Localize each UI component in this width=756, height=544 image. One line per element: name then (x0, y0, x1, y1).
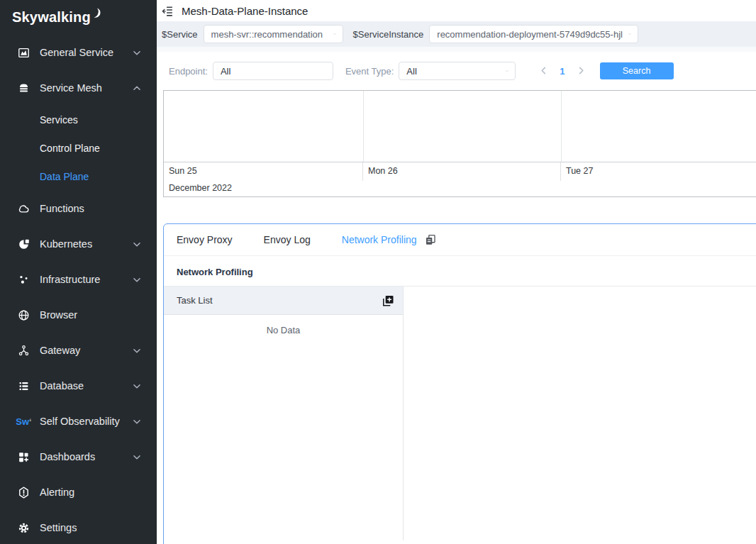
sidebar-collapse-icon[interactable] (162, 5, 174, 17)
copy-tab-button[interactable] (424, 233, 437, 246)
tabs-row: Envoy Proxy Envoy Log Network Profiling (164, 224, 756, 256)
add-task-icon (381, 294, 395, 308)
gear-icon (17, 521, 30, 535)
network-nodes-icon (17, 344, 30, 357)
sw-logo-icon: Swʻ (17, 415, 30, 428)
chevron-down-icon (500, 68, 508, 74)
endpoint-label: Endpoint: (169, 66, 208, 77)
events-timeline: Sun 25 Mon 26 Tue 27 December 2022 (163, 90, 756, 197)
page-header: Mesh-Data-Plane-Instance (157, 0, 756, 21)
sidebar-item-kubernetes[interactable]: Kubernetes (0, 226, 157, 262)
sidebar-item-settings[interactable]: Settings (0, 510, 157, 544)
service-instance-select[interactable]: recommendation-deployment-5749d9dc55-hjl… (429, 25, 638, 43)
band-divider (157, 47, 756, 52)
event-type-label: Event Type: (345, 66, 394, 77)
endpoint-input[interactable] (213, 62, 333, 80)
selector-band: $Service mesh-svr::recommendation $Servi… (157, 21, 756, 47)
page-title: Mesh-Data-Plane-Instance (182, 5, 308, 17)
timeline-gridline (363, 91, 364, 162)
layers-icon (17, 82, 30, 95)
instance-widget-panel: Envoy Proxy Envoy Log Network Profiling … (163, 223, 756, 544)
sidebar: Skywalking General Service Service Mesh … (0, 0, 157, 544)
sidebar-nav: General Service Service Mesh Services Co… (0, 35, 157, 544)
search-button[interactable]: Search (600, 62, 674, 79)
next-page-button[interactable] (575, 65, 588, 77)
cloud-icon (17, 202, 30, 216)
sidebar-item-control-plane[interactable]: Control Plane (0, 134, 157, 162)
chevron-down-icon (133, 348, 141, 354)
app-logo[interactable]: Skywalking (0, 0, 157, 35)
section-title: Network Profiling (177, 267, 756, 277)
task-list-panel: Task List No Data (164, 287, 404, 540)
chevron-down-icon (133, 241, 141, 248)
timeline-chart-area[interactable] (164, 91, 756, 162)
event-type-select[interactable]: All (399, 62, 516, 80)
sidebar-item-browser[interactable]: Browser (0, 297, 157, 333)
sidebar-item-functions[interactable]: Functions (0, 191, 157, 226)
chevron-down-icon (133, 454, 141, 460)
sidebar-item-self-observability[interactable]: Swʻ Self Observability (0, 404, 157, 439)
list-server-icon (17, 379, 30, 393)
sidebar-item-database[interactable]: Database (0, 368, 157, 404)
service-select-label: $Service (162, 29, 198, 40)
timeline-gridline (561, 91, 562, 162)
sidebar-item-general-service[interactable]: General Service (0, 35, 157, 70)
dots-cluster-icon (17, 273, 30, 287)
chevron-down-icon (133, 418, 141, 425)
tab-envoy-log[interactable]: Envoy Log (264, 234, 311, 245)
donut-chart-icon (17, 238, 30, 251)
chevron-down-icon (133, 277, 141, 283)
hexagon-alert-icon (17, 486, 30, 499)
instance-select-label: $ServiceInstance (353, 29, 424, 40)
chevron-down-icon (623, 31, 631, 37)
chevron-up-icon (133, 85, 141, 91)
chevron-down-icon (328, 31, 336, 37)
chevron-right-icon (577, 67, 585, 74)
app-root: Skywalking General Service Service Mesh … (0, 0, 756, 544)
tab-envoy-proxy[interactable]: Envoy Proxy (177, 234, 233, 245)
chevron-down-icon (133, 50, 141, 56)
sidebar-item-alerting[interactable]: Alerting (0, 474, 157, 510)
logo-moon-icon (90, 6, 104, 20)
sidebar-item-data-plane[interactable]: Data Plane (0, 162, 157, 191)
tab-network-profiling[interactable]: Network Profiling (342, 234, 417, 245)
sidebar-item-service-mesh[interactable]: Service Mesh (0, 70, 157, 106)
task-list-title: Task List (177, 295, 213, 306)
task-list-header: Task List (164, 287, 403, 315)
empty-state-text: No Data (164, 325, 403, 335)
timeline-day-row: Sun 25 Mon 26 Tue 27 (164, 162, 756, 181)
sidebar-item-services[interactable]: Services (0, 106, 157, 134)
chevron-down-icon (133, 383, 141, 389)
copy-icon (424, 233, 437, 246)
timeline-day-label: Tue 27 (561, 162, 756, 181)
sidebar-item-dashboards[interactable]: Dashboards (0, 439, 157, 474)
chevron-left-icon (540, 67, 547, 74)
page-number[interactable]: 1 (560, 66, 565, 77)
event-filter-row: Endpoint: Event Type: All 1 Search (157, 62, 756, 80)
timeline-month-label: December 2022 (164, 181, 756, 196)
dashboard-grid-plus-icon (17, 450, 30, 464)
sidebar-item-gateway[interactable]: Gateway (0, 333, 157, 368)
new-task-button[interactable] (381, 294, 395, 308)
area-chart-icon (17, 46, 30, 60)
main-content: Mesh-Data-Plane-Instance $Service mesh-s… (157, 0, 756, 544)
timeline-day-label: Sun 25 (164, 162, 363, 181)
service-select[interactable]: mesh-svr::recommendation (204, 25, 343, 43)
timeline-day-label: Mon 26 (363, 162, 561, 181)
logo-text: Skywalking (12, 9, 91, 26)
prev-page-button[interactable] (537, 65, 550, 77)
globe-icon (17, 309, 30, 322)
sidebar-item-infrastructure[interactable]: Infrastructure (0, 262, 157, 297)
